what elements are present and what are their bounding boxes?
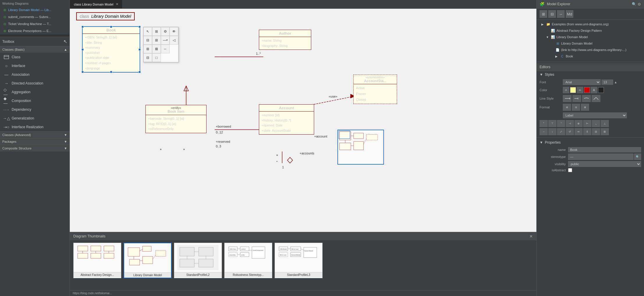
tool-interface-realization[interactable]: ⇢○ Interface Realization xyxy=(0,123,70,131)
align-fit[interactable]: ⤢ xyxy=(557,128,565,135)
tool-class[interactable]: Class xyxy=(0,53,70,61)
ls-btn-3[interactable] xyxy=(582,95,591,102)
classes-advanced-header[interactable]: Classes (Advanced) ▼ xyxy=(0,131,70,138)
tool-association[interactable]: — Association xyxy=(0,70,70,79)
diagram-item-submit[interactable]: ⊟ submit_comments — Submi... xyxy=(0,13,70,20)
ftb-b4[interactable]: ◁ xyxy=(170,36,178,45)
color-swatch-black[interactable] xyxy=(598,87,604,93)
tab-close-icon[interactable]: ✕ xyxy=(116,2,118,6)
font-size-input[interactable] xyxy=(602,80,613,85)
tool-directed-association[interactable]: → Directed Association xyxy=(0,79,70,88)
ftb-b3[interactable]: —• xyxy=(161,36,170,45)
author-attr-1: +biography: String xyxy=(261,43,309,49)
book-class-box[interactable]: Book +ISBN: String[0..1] {id} +title: St… xyxy=(82,26,140,73)
ftb-d1[interactable]: ⊟ xyxy=(143,53,152,62)
color-swatch-yellow[interactable] xyxy=(570,87,576,93)
tool-composition[interactable]: ◆— Composition xyxy=(0,96,70,105)
rt-icon-4[interactable]: Md xyxy=(566,10,573,18)
align-bl[interactable]: ⌞ xyxy=(592,120,600,127)
format-btn-2[interactable]: ⊟ xyxy=(572,104,580,111)
bookitem-class-box[interactable]: «entity» Book Item +barcode: String[0..1… xyxy=(145,105,207,133)
prop-name-input[interactable] xyxy=(568,147,641,152)
svg-text:UMLClass: UMLClass xyxy=(230,248,236,250)
align-reset[interactable]: ↺ xyxy=(566,128,574,135)
ls-btn-4[interactable] xyxy=(592,95,600,102)
author-class-box[interactable]: Author +name: String +biography: String xyxy=(259,30,311,50)
align-extra1[interactable]: ⊟ xyxy=(592,128,600,135)
align-flip-h[interactable]: ⇔ xyxy=(574,128,583,135)
tree-examples[interactable]: ▶ 📁 Examples (from www.uml-diagrams.org) xyxy=(537,21,644,27)
align-extra2[interactable]: ⊞ xyxy=(601,128,609,135)
composite-structure-header[interactable]: Composite Structure ▼ xyxy=(0,145,70,151)
ftb-cursor[interactable]: ↖ xyxy=(143,27,152,36)
ftb-d2[interactable]: □ xyxy=(152,53,161,62)
ftb-c2[interactable]: ⊠ xyxy=(152,45,161,53)
thumbnail-robustness[interactable]: UMLClass boundary control entity ExistCo… xyxy=(224,243,272,278)
font-controls: Arial Helvetica Times New Roman ▲ xyxy=(563,79,617,85)
thumbnail-close-icon[interactable]: ✕ xyxy=(529,234,533,239)
color-swatch-red[interactable] xyxy=(584,87,590,93)
accountstate-enum-box[interactable]: «enumeration» AccountSta... Active Froze… xyxy=(353,75,397,104)
thumbnail-standardprofile[interactable]: StandardProfileL2 xyxy=(174,243,222,278)
ftb-eye[interactable]: 👁 xyxy=(170,27,178,36)
color-picker-text-icon[interactable]: A xyxy=(563,87,569,93)
tree-library[interactable]: ▼ 📊 Library Domain Model xyxy=(537,34,644,40)
tree-abstract-factory[interactable]: 📊 Abstract Factory Design Pattern xyxy=(537,27,644,34)
tree-book[interactable]: ▶ C Book xyxy=(537,53,644,59)
ftb-c1[interactable]: ⊞ xyxy=(143,45,152,53)
color-pencil-icon[interactable]: ✏ xyxy=(577,87,583,93)
thumbnail-standardprofile3[interactable]: UMLModel Mirror-use Mirror-user SystemMo… xyxy=(275,243,323,278)
align-tl[interactable]: ⌜ xyxy=(540,120,548,127)
ftb-b1[interactable]: ⊟ xyxy=(143,36,152,45)
color-font-a-icon[interactable]: A xyxy=(591,87,597,93)
ftb-add[interactable]: ⊞ xyxy=(152,27,161,36)
font-size-up-icon[interactable]: ▲ xyxy=(614,80,617,84)
font-select[interactable]: Arial Helvetica Times New Roman xyxy=(563,79,601,85)
ftb-c3[interactable]: ↔ xyxy=(161,45,170,53)
tab-library-domain[interactable]: class Library Domain Model ✕ xyxy=(70,0,123,8)
svg-text:«use»: «use» xyxy=(329,95,337,98)
thumbnail-abstract-factory[interactable]: Abstract Factory Design... xyxy=(73,243,121,278)
tree-library-link[interactable]: 📄 (link to http://www.uml-diagrams.org/l… xyxy=(537,47,644,53)
styles-header[interactable]: ▼ Styles xyxy=(537,71,644,78)
align-mr[interactable]: ⊢ xyxy=(583,120,591,127)
account-class-box[interactable]: Account +number {id} +history: History[0… xyxy=(259,104,314,135)
format-btn-3[interactable]: ⊠ xyxy=(581,104,589,111)
rt-icon-3[interactable]: ↔ xyxy=(557,10,565,18)
rt-icon-2[interactable]: ⊟ xyxy=(548,10,556,18)
tool-aggregation[interactable]: ◇— Aggregation xyxy=(0,88,70,96)
stereotype-search-btn[interactable]: 🔍 xyxy=(634,154,641,160)
align-tc[interactable]: ⊤ xyxy=(548,120,556,127)
styles-arrow: ▼ xyxy=(540,73,543,77)
diagram-item-ticket[interactable]: ⊟ Ticket Vending Machine — T... xyxy=(0,20,70,27)
tool-interface[interactable]: ○ Interface xyxy=(0,61,70,70)
diagram-item-library[interactable]: ⊞ Library Domain Model — Lib... xyxy=(0,6,70,13)
align-mc[interactable]: ⊕ xyxy=(574,120,583,127)
canvas-area[interactable]: 1..* +borrowed 0..12 +reserved 0..3 * * … xyxy=(70,9,536,232)
prop-visibility-select[interactable]: public private protected package xyxy=(568,161,641,167)
gear-icon[interactable]: ⚙ xyxy=(638,2,641,6)
align-dist-v[interactable]: ↕ xyxy=(548,128,556,135)
label-format-select[interactable]: Label xyxy=(563,112,627,118)
thumbnail-library[interactable]: Library Domain Model xyxy=(124,243,172,278)
align-dist-h[interactable]: ↔ xyxy=(540,128,548,135)
align-ml[interactable]: ⊣ xyxy=(566,120,574,127)
classes-basic-header[interactable]: Classes (Basic) ▲ xyxy=(0,46,70,53)
ftb-settings[interactable]: ⚙ xyxy=(161,27,170,36)
align-flip-v[interactable]: ⇕ xyxy=(583,128,591,135)
ls-btn-1[interactable] xyxy=(563,95,572,102)
ftb-b2[interactable]: ⊞ xyxy=(152,36,161,45)
tool-dependency[interactable]: - -→ Dependency xyxy=(0,105,70,114)
ls-btn-2[interactable] xyxy=(572,95,581,102)
format-btn-1[interactable]: ⊞ xyxy=(563,104,571,111)
packages-header[interactable]: Packages ▼ xyxy=(0,138,70,145)
prop-stereotype-input[interactable] xyxy=(568,154,634,160)
rt-icon-1[interactable]: ⊞ xyxy=(540,10,547,18)
tree-library-classdiagram[interactable]: ⊞ Library Domain Model xyxy=(537,40,644,47)
diagram-item-electronic[interactable]: ⊞ Electronic Prescriptions — E... xyxy=(0,27,70,34)
align-bc[interactable]: ⊥ xyxy=(601,120,609,127)
align-tr[interactable]: ⌝ xyxy=(557,120,565,127)
search-icon[interactable]: 🔍 xyxy=(632,2,636,6)
prop-isabstract-checkbox[interactable] xyxy=(568,168,572,172)
tool-generalization[interactable]: →△ Generalization xyxy=(0,114,70,123)
